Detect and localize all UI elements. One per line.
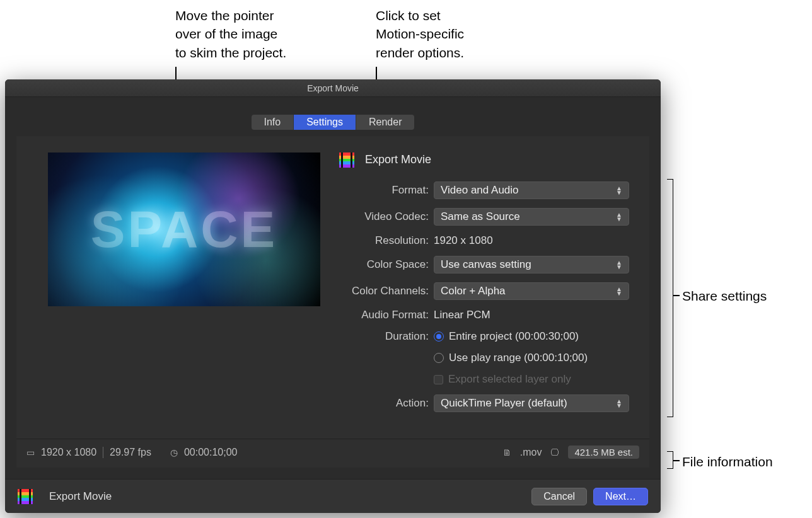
- dialog-title: Export Movie: [5, 79, 661, 97]
- cancel-button[interactable]: Cancel: [531, 488, 587, 505]
- footer-time: 00:00:10;00: [184, 447, 238, 458]
- duration-label: Duration:: [339, 330, 434, 343]
- tab-info[interactable]: Info: [252, 115, 294, 130]
- bracket-share-stem: [673, 295, 680, 296]
- callout-render: Click to set Motion-specific render opti…: [376, 6, 464, 62]
- motion-app-icon: [339, 153, 354, 168]
- export-movie-dialog: Export Movie Info Settings Render SPACE …: [5, 79, 661, 513]
- audio-format-value: Linear PCM: [434, 309, 490, 321]
- duration-entire-label: Entire project (00:00:30;00): [449, 330, 579, 343]
- callout-share: Share settings: [682, 287, 767, 305]
- tab-bar: Info Settings Render: [5, 115, 661, 130]
- preview-text: SPACE: [91, 200, 277, 259]
- bracket-share: [667, 179, 673, 417]
- bracket-fileinfo-stem: [673, 460, 680, 461]
- preview-thumbnail[interactable]: SPACE: [48, 153, 320, 306]
- updown-icon: ▲▼: [616, 287, 622, 296]
- footer-ext: .mov: [520, 447, 542, 458]
- export-layer-checkbox: [434, 375, 443, 384]
- footer-fps: 29.97 fps: [110, 447, 151, 458]
- updown-icon: ▲▼: [616, 212, 622, 221]
- video-codec-label: Video Codec:: [339, 210, 434, 223]
- duration-range-label: Use play range (00:00:10;00): [449, 352, 588, 364]
- actionbar-title: Export Movie: [49, 490, 112, 503]
- tab-settings[interactable]: Settings: [294, 115, 356, 130]
- resolution-value: 1920 x 1080: [434, 234, 493, 247]
- duration-range-radio[interactable]: [434, 353, 444, 363]
- divider: [103, 447, 103, 458]
- updown-icon: ▲▼: [616, 399, 622, 408]
- file-info-bar: ▭ 1920 x 1080 29.97 fps ◷ 00:00:10;00 🗎 …: [16, 439, 649, 468]
- settings-panel: SPACE Export Movie Format: Video and Aud…: [16, 136, 649, 439]
- action-label: Action:: [339, 397, 434, 410]
- color-space-value: Use canvas setting: [441, 258, 531, 271]
- footer-dimensions: 1920 x 1080: [41, 447, 96, 458]
- display-icon: 🖵: [550, 447, 559, 458]
- section-title: Export Movie: [339, 153, 629, 168]
- callout-fileinfo: File information: [682, 452, 773, 471]
- file-icon: 🗎: [502, 447, 511, 458]
- format-label: Format:: [339, 184, 434, 197]
- section-title-label: Export Movie: [365, 153, 431, 166]
- action-value: QuickTime Player (default): [441, 397, 567, 410]
- color-channels-select[interactable]: Color + Alpha ▲▼: [434, 282, 629, 300]
- updown-icon: ▲▼: [616, 186, 622, 195]
- color-channels-value: Color + Alpha: [441, 285, 506, 297]
- video-codec-value: Same as Source: [441, 210, 520, 223]
- video-codec-select[interactable]: Same as Source ▲▼: [434, 208, 629, 226]
- updown-icon: ▲▼: [616, 260, 622, 269]
- footer-size-estimate: 421.5 MB est.: [568, 446, 639, 459]
- format-select[interactable]: Video and Audio ▲▼: [434, 181, 629, 199]
- callout-skim: Move the pointer over of the image to sk…: [175, 6, 286, 62]
- action-select[interactable]: QuickTime Player (default) ▲▼: [434, 394, 629, 412]
- audio-format-label: Audio Format:: [339, 309, 434, 321]
- resolution-label: Resolution:: [339, 234, 434, 247]
- bracket-fileinfo: [667, 451, 673, 469]
- color-channels-label: Color Channels:: [339, 285, 434, 297]
- action-bar: Export Movie Cancel Next…: [5, 479, 661, 513]
- export-layer-label: Export selected layer only: [448, 373, 571, 386]
- next-button[interactable]: Next…: [593, 488, 648, 505]
- frame-icon: ▭: [26, 447, 35, 458]
- motion-app-icon: [18, 489, 33, 504]
- duration-entire-radio[interactable]: [434, 331, 444, 342]
- clock-icon: ◷: [170, 447, 178, 458]
- format-value: Video and Audio: [441, 184, 519, 197]
- tab-render[interactable]: Render: [356, 115, 414, 130]
- color-space-label: Color Space:: [339, 258, 434, 271]
- color-space-select[interactable]: Use canvas setting ▲▼: [434, 256, 629, 273]
